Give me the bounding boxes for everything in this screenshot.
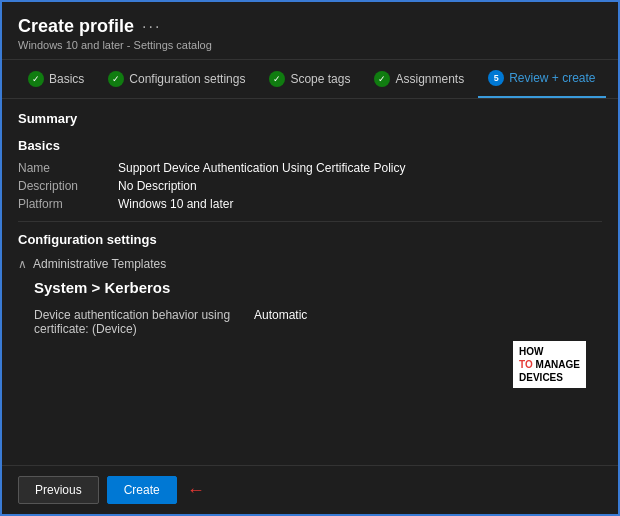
platform-label: Platform xyxy=(18,197,118,211)
tab-review-create[interactable]: 5 Review + create xyxy=(478,60,605,98)
watermark-logo: HOW TO MANAGE DEVICES xyxy=(513,341,586,388)
platform-value: Windows 10 and later xyxy=(118,197,233,211)
review-step-icon: 5 xyxy=(488,70,504,86)
accordion-administrative-templates[interactable]: ∧ Administrative Templates xyxy=(18,257,602,271)
assignments-check-icon: ✓ xyxy=(374,71,390,87)
config-check-icon: ✓ xyxy=(108,71,124,87)
tab-basics-label: Basics xyxy=(49,72,84,86)
accordion-chevron-icon: ∧ xyxy=(18,257,27,271)
tab-assignments[interactable]: ✓ Assignments xyxy=(364,61,474,97)
name-label: Name xyxy=(18,161,118,175)
name-value: Support Device Authentication Using Cert… xyxy=(118,161,405,175)
dialog-subtitle: Windows 10 and later - Settings catalog xyxy=(18,39,602,51)
create-button[interactable]: Create xyxy=(107,476,177,504)
content-wrapper: Summary Basics Name Support Device Authe… xyxy=(18,111,602,336)
accordion-label: Administrative Templates xyxy=(33,257,166,271)
previous-button[interactable]: Previous xyxy=(18,476,99,504)
tab-assignments-label: Assignments xyxy=(395,72,464,86)
config-settings-title: Configuration settings xyxy=(18,232,602,247)
summary-title: Summary xyxy=(18,111,602,126)
kerberos-title: System > Kerberos xyxy=(34,279,602,296)
dialog-title: Create profile xyxy=(18,16,134,37)
tab-configuration-settings[interactable]: ✓ Configuration settings xyxy=(98,61,255,97)
field-row-description: Description No Description xyxy=(18,179,602,193)
description-value: No Description xyxy=(118,179,197,193)
scope-check-icon: ✓ xyxy=(269,71,285,87)
wizard-tabs: ✓ Basics ✓ Configuration settings ✓ Scop… xyxy=(2,60,618,99)
tab-scope-label: Scope tags xyxy=(290,72,350,86)
tab-scope-tags[interactable]: ✓ Scope tags xyxy=(259,61,360,97)
field-row-name: Name Support Device Authentication Using… xyxy=(18,161,602,175)
tab-configuration-label: Configuration settings xyxy=(129,72,245,86)
dialog-header: Create profile ··· Windows 10 and later … xyxy=(2,2,618,60)
field-row-platform: Platform Windows 10 and later xyxy=(18,197,602,211)
create-profile-dialog: Create profile ··· Windows 10 and later … xyxy=(0,0,620,516)
basics-check-icon: ✓ xyxy=(28,71,44,87)
more-options-icon[interactable]: ··· xyxy=(142,18,161,36)
main-content: Summary Basics Name Support Device Authe… xyxy=(2,99,618,465)
device-auth-value: Automatic xyxy=(254,308,307,336)
tab-review-label: Review + create xyxy=(509,71,595,85)
device-auth-label: Device authentication behavior using cer… xyxy=(34,308,254,336)
dialog-footer: Previous Create ← xyxy=(2,465,618,514)
basics-subtitle: Basics xyxy=(18,138,602,153)
section-divider xyxy=(18,221,602,222)
setting-row-device-auth: Device authentication behavior using cer… xyxy=(34,308,602,336)
description-label: Description xyxy=(18,179,118,193)
arrow-indicator-icon: ← xyxy=(187,480,205,501)
tab-basics[interactable]: ✓ Basics xyxy=(18,61,94,97)
